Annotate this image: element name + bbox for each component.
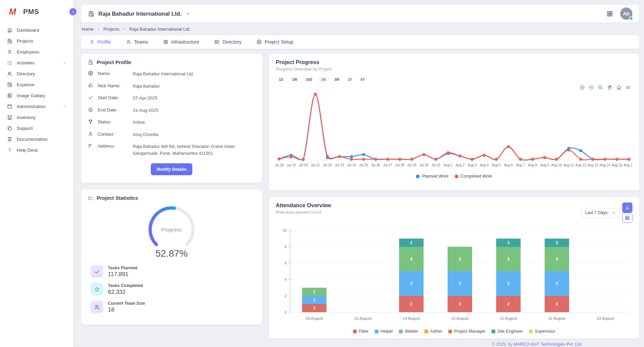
people-icon bbox=[7, 71, 13, 77]
legend-planned-work[interactable]: Planned Work bbox=[416, 174, 448, 179]
flag-icon bbox=[88, 143, 93, 149]
sidebar-item-image-gallary[interactable]: Image Gallary bbox=[0, 90, 73, 101]
breadcrumb-link-projects[interactable]: Projects bbox=[103, 27, 119, 32]
legend-helper[interactable]: Helper bbox=[375, 329, 393, 334]
apps-grid-button[interactable] bbox=[606, 10, 613, 17]
legend-marker bbox=[455, 175, 458, 178]
home-icon bbox=[616, 85, 622, 90]
sidebar-item-label: Dashboard bbox=[17, 28, 39, 33]
svg-text:Jul 25: Jul 25 bbox=[359, 163, 368, 167]
sidebar-item-label: Help Desk bbox=[17, 148, 38, 153]
tab-teams[interactable]: Teams bbox=[126, 35, 148, 49]
sidebar-collapse-button[interactable] bbox=[68, 7, 78, 16]
breadcrumb-link-home[interactable]: Home bbox=[82, 27, 94, 32]
tab-project-setup[interactable]: Project Setup bbox=[256, 35, 293, 49]
legend-completed-work[interactable]: Completed Work bbox=[455, 174, 492, 179]
sidebar-item-inventory[interactable]: Inventory bbox=[0, 112, 73, 123]
legend-marker bbox=[416, 175, 420, 178]
range-button-1y[interactable]: 1Y bbox=[345, 76, 355, 83]
legend-marker bbox=[399, 330, 403, 333]
project-progress-subtitle: Progress Overview by Project bbox=[276, 67, 632, 72]
toolbar-menu-icon[interactable] bbox=[625, 85, 631, 90]
chevron-right-icon bbox=[97, 27, 100, 31]
svg-text:Aug 1: Aug 1 bbox=[444, 163, 453, 167]
svg-text:Aug 8: Aug 8 bbox=[528, 163, 537, 167]
legend-project-manager[interactable]: Project Manager bbox=[448, 329, 485, 334]
svg-text:1: 1 bbox=[313, 306, 316, 311]
sidebar-item-label: Image Gallary bbox=[17, 93, 45, 98]
footer-company-link[interactable]: MARCO AIoT Technologies Pvt. Ltd. bbox=[514, 342, 582, 347]
legend-welder[interactable]: Welder bbox=[399, 329, 418, 334]
trophy-icon bbox=[88, 119, 93, 124]
stat-label: Tasks Completed bbox=[108, 283, 143, 288]
sidebar-item-documentation[interactable]: Documentation bbox=[0, 134, 73, 145]
legend-marker bbox=[448, 330, 452, 333]
sidebar-item-label: Inventory bbox=[17, 115, 36, 120]
range-button-15d[interactable]: 15D bbox=[303, 76, 315, 83]
svg-text:0: 0 bbox=[285, 310, 287, 314]
avatar[interactable]: AD bbox=[620, 7, 632, 20]
svg-text:Aug 5: Aug 5 bbox=[492, 163, 501, 167]
legend-fitter[interactable]: Fitter bbox=[353, 329, 368, 334]
legend-admin[interactable]: Admin bbox=[424, 329, 442, 334]
sidebar-item-dashboard[interactable]: Dashboard bbox=[0, 25, 73, 35]
range-button-3m[interactable]: 3M bbox=[331, 76, 342, 83]
sidebar-item-support[interactable]: Support bbox=[0, 123, 73, 134]
svg-text:Aug 4: Aug 4 bbox=[480, 163, 489, 167]
legend-site-engineer[interactable]: Site Engineer bbox=[492, 329, 523, 334]
field-value: Raja Bahadur Mill Rd, behind Sheraton Gr… bbox=[133, 143, 255, 156]
star-icon bbox=[94, 286, 100, 292]
book-icon bbox=[7, 136, 13, 142]
chevron-right-icon bbox=[63, 105, 66, 108]
selection-zoom-icon bbox=[598, 85, 603, 90]
target-icon bbox=[88, 107, 93, 112]
project-statistics-card: Project Statistics Progress52.87% Tasks … bbox=[81, 190, 262, 325]
sidebar-item-activities[interactable]: Activities bbox=[0, 57, 73, 68]
company-switcher[interactable]: Raja Bahadur International Ltd. bbox=[88, 10, 190, 17]
sidebar-item-administration[interactable]: Administration bbox=[0, 101, 73, 112]
sidebar-item-help-desk[interactable]: Help Desk bbox=[0, 145, 73, 155]
toolbar-pan-icon[interactable] bbox=[607, 85, 613, 90]
modify-details-button[interactable]: Modify Details bbox=[151, 163, 192, 175]
toolbar-home-icon[interactable] bbox=[616, 85, 622, 90]
range-button-5y[interactable]: 5Y bbox=[357, 76, 368, 83]
view-button-table-icon[interactable] bbox=[622, 213, 632, 223]
legend-supervisor[interactable]: Supervisor bbox=[529, 329, 555, 334]
svg-text:Aug 6: Aug 6 bbox=[504, 163, 513, 167]
sidebar-item-directory[interactable]: Directory bbox=[0, 68, 73, 79]
attendance-chart: 024681011116 August15 August233114 Augus… bbox=[276, 226, 632, 328]
breadcrumb: HomeProjectsRaja Bahadur International L… bbox=[82, 27, 639, 32]
tab-directory[interactable]: Directory bbox=[214, 35, 241, 49]
svg-text:3: 3 bbox=[410, 281, 413, 286]
tab-infrastructure[interactable]: Infrastructure bbox=[163, 35, 199, 49]
project-progress-chart: Jul 18Jul 19Jul 20Jul 21Jul 22Jul 23Jul … bbox=[276, 86, 632, 173]
svg-text:Jul 27: Jul 27 bbox=[383, 163, 392, 167]
svg-text:Aug 3: Aug 3 bbox=[468, 163, 477, 167]
svg-text:1: 1 bbox=[313, 289, 316, 294]
gauge-value: 52.87% bbox=[156, 248, 188, 259]
sidebar-item-employees[interactable]: Employees bbox=[0, 46, 73, 57]
stat-value: 18 bbox=[108, 306, 145, 313]
view-button-bar-chart-icon[interactable] bbox=[622, 202, 632, 213]
toolbar-zoom-in-icon[interactable] bbox=[579, 85, 585, 90]
legend-marker bbox=[424, 330, 428, 333]
profile-field-contact: Contact:Anuj Chordia bbox=[88, 132, 255, 138]
fingerprint-icon bbox=[88, 83, 93, 88]
svg-text:Aug 11: Aug 11 bbox=[563, 163, 574, 167]
range-button-1w[interactable]: 1W bbox=[289, 76, 300, 83]
sidebar-item-projects[interactable]: Projects bbox=[0, 35, 73, 46]
svg-text:3: 3 bbox=[410, 257, 413, 261]
sidebar-item-expense[interactable]: Expense bbox=[0, 79, 73, 90]
attendance-range-select[interactable]: Last 7 Days bbox=[581, 208, 619, 218]
tab-profile[interactable]: Profile bbox=[89, 35, 111, 49]
project-profile-title: Project Profile bbox=[97, 59, 131, 65]
grid-icon bbox=[606, 10, 613, 17]
sidebar-item-label: Administration bbox=[17, 104, 46, 109]
toolbar-selection-zoom-icon[interactable] bbox=[598, 85, 603, 90]
svg-text:Aug 15: Aug 15 bbox=[612, 163, 623, 167]
home-icon bbox=[7, 27, 13, 33]
range-button-1d[interactable]: 1D bbox=[276, 76, 286, 83]
brand-logo[interactable]: M PMS bbox=[0, 0, 73, 22]
toolbar-zoom-out-icon[interactable] bbox=[589, 85, 594, 90]
range-button-1m[interactable]: 1M bbox=[318, 76, 329, 83]
